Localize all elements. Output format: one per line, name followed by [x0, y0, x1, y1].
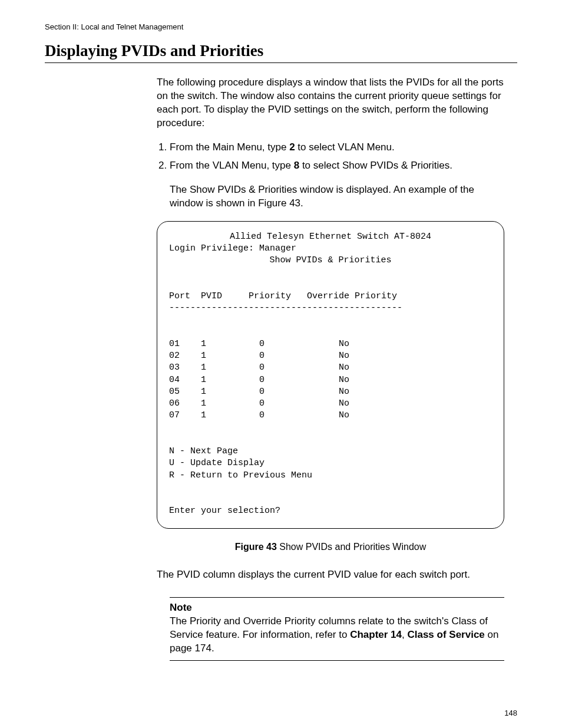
- step-2: From the VLAN Menu, type 8 to select Sho…: [170, 159, 504, 173]
- terminal-separator: ----------------------------------------…: [169, 302, 492, 314]
- terminal-option-n: N - Next Page: [169, 446, 492, 457]
- figure-caption: Figure 43 Show PVIDs and Priorities Wind…: [157, 541, 504, 554]
- terminal-row: 04 1 0 No: [169, 374, 492, 386]
- page-number: 148: [504, 709, 517, 717]
- step-1-pre: From the Main Menu, type: [170, 141, 289, 153]
- step-1-post: to select VLAN Menu.: [295, 141, 395, 153]
- section-header: Section II: Local and Telnet Management: [45, 22, 517, 31]
- note-label: Note: [170, 601, 504, 615]
- step-1-key: 2: [289, 141, 295, 153]
- terminal-prompt: Enter your selection?: [169, 505, 492, 517]
- figure-caption-text: Show PVIDs and Priorities Window: [277, 542, 426, 552]
- terminal-subtitle: Show PVIDs & Priorities: [169, 255, 492, 266]
- step-2-key: 8: [294, 160, 299, 171]
- step-2-pre: From the VLAN Menu, type: [170, 160, 294, 171]
- terminal-option-u: U - Update Display: [169, 457, 492, 469]
- procedure-steps: From the Main Menu, type 2 to select VLA…: [157, 141, 504, 173]
- intro-paragraph: The following procedure displays a windo…: [157, 76, 504, 130]
- terminal-header-row: Port PVID Priority Override Priority: [169, 291, 492, 302]
- terminal-row: 06 1 0 No: [169, 398, 492, 410]
- note-chapter-ref: Chapter 14: [350, 629, 402, 640]
- page-title: Displaying PVIDs and Priorities: [45, 42, 517, 60]
- terminal-option-r: R - Return to Previous Menu: [169, 470, 492, 482]
- content-column: The following procedure displays a windo…: [157, 76, 504, 661]
- title-rule: [45, 62, 517, 63]
- terminal-title: Allied Telesyn Ethernet Switch AT-8024: [169, 231, 492, 243]
- note-topic-ref: Class of Service: [407, 629, 484, 640]
- terminal-window: Allied Telesyn Ethernet Switch AT-8024Lo…: [157, 221, 504, 529]
- note-body: The Priority and Override Priority colum…: [170, 615, 504, 655]
- page: Section II: Local and Telnet Management …: [0, 0, 562, 728]
- terminal-row: 01 1 0 No: [169, 338, 492, 350]
- terminal-row: 05 1 0 No: [169, 386, 492, 398]
- terminal-row: 07 1 0 No: [169, 410, 492, 421]
- step-1: From the Main Menu, type 2 to select VLA…: [170, 141, 504, 154]
- note-block: Note The Priority and Override Priority …: [170, 597, 504, 661]
- figure-label: Figure 43: [235, 542, 277, 552]
- post-figure-paragraph: The PVID column displays the current PVI…: [157, 568, 504, 582]
- terminal-login-line: Login Privilege: Manager: [169, 243, 492, 255]
- step-2-post: to select Show PVIDs & Priorities.: [299, 160, 452, 171]
- terminal-row: 03 1 0 No: [169, 362, 492, 374]
- followup-paragraph: The Show PVIDs & Priorities window is di…: [170, 183, 504, 210]
- terminal-row: 02 1 0 No: [169, 350, 492, 362]
